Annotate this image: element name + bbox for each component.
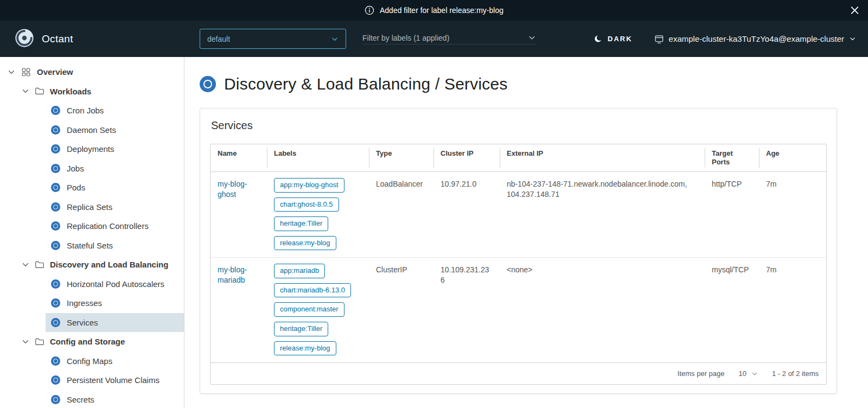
external-ip-cell: <none>	[500, 258, 705, 362]
sidebar-item-cron-jobs[interactable]: Cron Jobs	[46, 101, 184, 120]
service-link[interactable]: my-blog-mariadb	[218, 265, 247, 284]
table-pagination: Items per page 10 1 - 2 of 2 items	[210, 362, 826, 384]
label-pill[interactable]: app:mariadb	[274, 264, 325, 278]
table-row: my-blog-ghost app:my-blog-ghost chart:gh…	[210, 172, 826, 258]
label-pill[interactable]: chart:ghost-8.0.5	[274, 197, 339, 212]
services-datagrid: Name Labels Type Cluster IP External IP …	[210, 144, 827, 385]
label-pill[interactable]: component:master	[274, 302, 344, 317]
notification-message: Added filter for label release:my-blog	[380, 6, 503, 15]
notification-bar: Added filter for label release:my-blog	[0, 0, 868, 21]
items-per-page-label: Items per page	[678, 369, 725, 378]
sidebar-item-replica-sets[interactable]: Replica Sets	[46, 197, 184, 217]
replication-controllers-icon	[51, 221, 60, 231]
sidebar-item-label: Secrets	[67, 395, 94, 404]
cron-jobs-icon	[51, 106, 60, 115]
column-header-age[interactable]: Age	[759, 144, 826, 172]
sidebar-group-label: Discovery and Load Balancing	[50, 260, 168, 269]
column-header-labels[interactable]: Labels	[267, 144, 369, 172]
sidebar-item-ingresses[interactable]: Ingresses	[46, 294, 184, 313]
sidebar-group-label: Workloads	[50, 87, 91, 96]
sidebar-item-label: Services	[67, 318, 98, 327]
chevron-down-icon	[331, 35, 339, 43]
close-icon[interactable]	[850, 6, 859, 15]
table-row: my-blog-mariadb app:mariadb chart:mariad…	[210, 258, 826, 362]
cluster-icon	[654, 34, 664, 44]
sidebar-item-label: Horizontal Pod Autoscalers	[67, 279, 164, 289]
card-title: Services	[211, 119, 827, 132]
sidebar-group-config-and-storage[interactable]: Config and Storage	[0, 332, 184, 352]
jobs-icon	[51, 164, 60, 173]
theme-toggle-label: DARK	[608, 35, 633, 43]
label-pill[interactable]: heritage:Tiller	[274, 216, 328, 231]
sidebar-group-workloads[interactable]: Workloads	[0, 82, 184, 101]
label-pill[interactable]: release:my-blog	[274, 236, 336, 251]
chevron-down-icon[interactable]	[8, 68, 15, 76]
sidebar-item-label: Replication Controllers	[67, 221, 149, 231]
main-content: Discovery & Load Balancing / Services Se…	[184, 57, 868, 408]
folder-icon	[35, 86, 44, 96]
sidebar-item-deployments[interactable]: Deployments	[46, 139, 184, 159]
type-cell: ClusterIP	[369, 258, 433, 362]
sidebar-item-label: Daemon Sets	[67, 125, 116, 135]
labels-stack: app:my-blog-ghost chart:ghost-8.0.5 heri…	[274, 178, 362, 250]
sidebar-item-persistent-volume-claims[interactable]: Persistent Volume Claims	[46, 371, 184, 390]
chevron-down-icon	[528, 34, 536, 42]
sidebar-group-discovery-and-load-balancing[interactable]: Discovery and Load Balancing	[0, 255, 184, 275]
secrets-icon	[51, 395, 60, 404]
theme-toggle-button[interactable]: DARK	[593, 34, 633, 43]
stateful-sets-icon	[51, 241, 60, 250]
label-filter-select[interactable]: Filter by labels (1 applied)	[362, 34, 536, 44]
sidebar-item-replication-controllers[interactable]: Replication Controllers	[46, 216, 184, 236]
sidebar-item-label: Stateful Sets	[67, 241, 113, 250]
chevron-down-icon[interactable]	[22, 261, 29, 269]
sidebar-item-pods[interactable]: Pods	[46, 178, 184, 197]
label-pill[interactable]: chart:mariadb-6.13.0	[274, 283, 351, 298]
chevron-down-icon[interactable]	[22, 87, 29, 95]
column-header-name[interactable]: Name	[210, 144, 267, 172]
sidebar-item-label: Replica Sets	[67, 202, 112, 212]
sidebar-item-label: Config Maps	[67, 356, 112, 366]
label-pill[interactable]: release:my-blog	[274, 341, 336, 356]
sidebar-item-overview[interactable]: Overview	[0, 62, 184, 82]
sidebar-group-label: Config and Storage	[50, 337, 125, 346]
sidebar-item-label: Persistent Volume Claims	[67, 375, 159, 385]
label-pill[interactable]: heritage:Tiller	[274, 322, 328, 336]
sidebar-item-services[interactable]: Services	[46, 313, 184, 333]
labels-stack: app:mariadb chart:mariadb-6.13.0 compone…	[274, 264, 362, 355]
persistent-volume-claims-icon	[51, 375, 60, 385]
pagination-range: 1 - 2 of 2 items	[772, 369, 819, 378]
sidebar-item-horizontal-pod-autoscalers[interactable]: Horizontal Pod Autoscalers	[46, 275, 184, 294]
page-title-text: Discovery & Load Balancing / Services	[224, 75, 508, 93]
column-header-target-ports[interactable]: Target Ports	[705, 144, 759, 172]
target-ports-cell: http/TCP	[705, 172, 759, 258]
sidebar-item-jobs[interactable]: Jobs	[46, 159, 184, 178]
chevron-down-icon[interactable]	[22, 338, 29, 346]
pods-icon	[51, 183, 60, 192]
items-per-page-select[interactable]: 10	[739, 369, 758, 378]
service-link[interactable]: my-blog-ghost	[218, 180, 247, 199]
cluster-selector[interactable]: example-cluster-ka3TuTzYo4a@example-clus…	[654, 34, 856, 44]
sidebar-item-label: Cron Jobs	[67, 106, 104, 115]
cluster-ip-cell: 10.109.231.236	[433, 258, 500, 362]
sidebar-item-daemon-sets[interactable]: Daemon Sets	[46, 120, 184, 140]
chevron-down-icon	[849, 35, 856, 42]
column-header-cluster-ip[interactable]: Cluster IP	[433, 144, 500, 172]
overview-icon	[21, 67, 31, 77]
sidebar-item-config-maps[interactable]: Config Maps	[46, 352, 184, 371]
age-cell: 7m	[759, 172, 826, 258]
cluster-label: example-cluster-ka3TuTzYo4a@example-clus…	[669, 34, 844, 43]
daemon-sets-icon	[51, 125, 60, 135]
sidebar-item-secrets[interactable]: Secrets	[46, 390, 184, 408]
sidebar-item-label: Deployments	[67, 144, 114, 154]
ingresses-icon	[51, 298, 60, 308]
sidebar-item-stateful-sets[interactable]: Stateful Sets	[46, 236, 184, 256]
sidebar: Overview Workloads Cron Jobs Daemon Sets…	[0, 57, 184, 408]
column-header-external-ip[interactable]: External IP	[500, 144, 705, 172]
services-card: Services Name Labels Type Cluster IP Ext…	[200, 108, 837, 394]
table-header-row: Name Labels Type Cluster IP External IP …	[210, 144, 826, 172]
page-title: Discovery & Load Balancing / Services	[200, 75, 837, 93]
label-pill[interactable]: app:my-blog-ghost	[274, 178, 344, 193]
replica-sets-icon	[51, 202, 60, 212]
namespace-select[interactable]: default	[200, 29, 346, 49]
column-header-type[interactable]: Type	[369, 144, 433, 172]
